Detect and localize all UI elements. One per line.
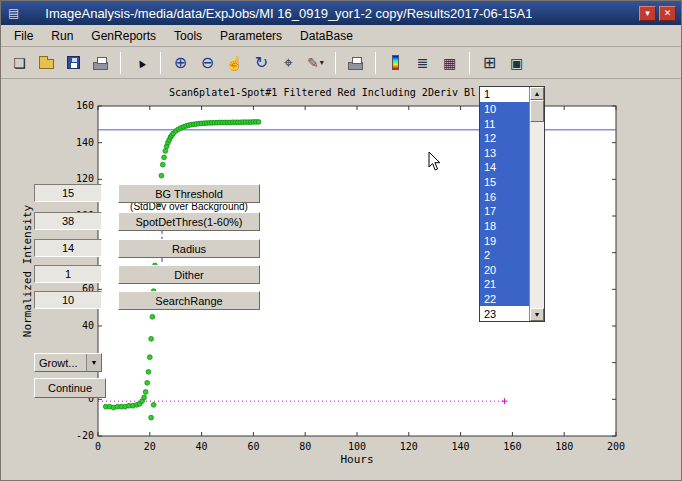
radius-input[interactable] [34, 239, 102, 257]
figure-window-button[interactable]: ▣ [504, 50, 529, 75]
toolbar-separator [469, 52, 470, 74]
figure-area: 020406080100120140160180200-200204060801… [1, 79, 681, 480]
toolbar-separator [120, 52, 121, 74]
window-title: ImageAnalysis-/media/data/ExpJobs/MI 16_… [45, 6, 532, 21]
menu-tools[interactable]: Tools [165, 26, 211, 46]
close-button[interactable]: ✕ [659, 6, 676, 21]
controls-overlay: BG ThresholdSpotDetThres(1-60%)RadiusDit… [1, 79, 681, 480]
continue-button[interactable]: Continue [34, 378, 106, 398]
figure-window-icon: ▣ [510, 56, 523, 70]
bg-threshold-input[interactable] [34, 184, 102, 202]
printer-icon [348, 62, 363, 70]
list-item-15[interactable]: 15 [480, 175, 529, 190]
list-item-12[interactable]: 12 [480, 131, 529, 146]
listbox-scrollbar[interactable]: ▲ ▼ [529, 87, 544, 321]
print-figure-button[interactable] [343, 50, 368, 75]
scrollbar-thumb[interactable] [530, 100, 544, 122]
insert-legend-button[interactable]: ≣ [410, 50, 435, 75]
brush-icon: ✎ [307, 56, 319, 70]
list-item-20[interactable]: 20 [480, 263, 529, 278]
rotate3d-button[interactable]: ↻ [249, 50, 274, 75]
new-document-icon: ❏ [13, 56, 26, 70]
bg-threshold-button[interactable]: BG Threshold [118, 184, 260, 203]
open-folder-icon [39, 59, 54, 69]
pan-button[interactable]: ☝ [222, 50, 247, 75]
app-window: ▤ ImageAnalysis-/media/data/ExpJobs/MI 1… [0, 0, 682, 481]
menu-run[interactable]: Run [42, 26, 82, 46]
menu-bar: FileRunGenReportsToolsParametersDataBase [1, 25, 681, 47]
list-item-16[interactable]: 16 [480, 189, 529, 204]
pointer-tool-button[interactable]: ▲ [128, 50, 153, 75]
list-items: 110111213141516171819220212223 [480, 87, 529, 321]
save-floppy-icon [67, 56, 80, 69]
window-buttons: ▾ ✕ [639, 6, 676, 21]
list-item-23[interactable]: 23 [480, 306, 529, 321]
zoom-out-icon: ⊖ [201, 55, 214, 71]
dither-input[interactable] [34, 265, 102, 283]
zoom-in-button[interactable]: ⊕ [168, 50, 193, 75]
menu-database[interactable]: DataBase [291, 26, 362, 46]
colorbar-icon [392, 55, 399, 70]
scrollbar-track[interactable] [530, 122, 544, 308]
save-button[interactable] [61, 50, 86, 75]
toolbar: ❏▲⊕⊖☝↻⌖✎▾≣▦⊞▣ [1, 47, 681, 79]
legend-icon: ≣ [417, 56, 429, 70]
list-item-11[interactable]: 11 [480, 116, 529, 131]
toolbar-separator [375, 52, 376, 74]
scroll-down-icon[interactable]: ▼ [530, 308, 544, 321]
printer-icon [93, 62, 108, 70]
list-item-18[interactable]: 18 [480, 219, 529, 234]
menu-parameters[interactable]: Parameters [211, 26, 291, 46]
zoom-out-button[interactable]: ⊖ [195, 50, 220, 75]
zoom-in-icon: ⊕ [174, 55, 187, 71]
scroll-up-icon[interactable]: ▲ [530, 87, 544, 100]
spot-det-thres-button[interactable]: SpotDetThres(1-60%) [118, 212, 260, 231]
menu-genreports[interactable]: GenReports [82, 26, 165, 46]
pan-hand-icon: ☝ [226, 56, 243, 70]
list-item-22[interactable]: 22 [480, 292, 529, 307]
property-editor-button[interactable]: ⊞ [477, 50, 502, 75]
growth-popup-label: Growt... [35, 357, 86, 369]
popup-arrow-icon[interactable]: ▼ [86, 354, 101, 371]
list-item-10[interactable]: 10 [480, 102, 529, 117]
data-cursor-icon: ⌖ [284, 55, 293, 71]
search-range-input[interactable] [34, 291, 102, 309]
title-bar[interactable]: ▤ ImageAnalysis-/media/data/ExpJobs/MI 1… [1, 1, 681, 25]
list-item-1[interactable]: 1 [480, 87, 529, 102]
new-figure-button[interactable]: ❏ [7, 50, 32, 75]
brush-button[interactable]: ✎▾ [303, 50, 328, 75]
menu-file[interactable]: File [5, 26, 42, 46]
pointer-arrow-icon: ▲ [132, 54, 148, 70]
property-editor-icon: ⊞ [483, 55, 496, 71]
minimize-button[interactable]: ▾ [639, 6, 656, 21]
list-item-21[interactable]: 21 [480, 277, 529, 292]
print-button[interactable] [88, 50, 113, 75]
toolbar-separator [335, 52, 336, 74]
window-menu-icon[interactable]: ▤ [8, 7, 19, 19]
list-item-17[interactable]: 17 [480, 204, 529, 219]
list-item-13[interactable]: 13 [480, 146, 529, 161]
plot-browser-button[interactable]: ▦ [437, 50, 462, 75]
plot-browser-icon: ▦ [443, 56, 456, 70]
search-range-button[interactable]: SearchRange [118, 291, 260, 310]
rotate-icon: ↻ [255, 55, 268, 71]
insert-colorbar-button[interactable] [383, 50, 408, 75]
open-file-button[interactable] [34, 50, 59, 75]
toolbar-separator [160, 52, 161, 74]
brush-dropdown-arrow-icon[interactable]: ▾ [320, 58, 324, 67]
dither-button[interactable]: Dither [118, 265, 260, 284]
list-item-14[interactable]: 14 [480, 160, 529, 175]
list-item-2[interactable]: 2 [480, 248, 529, 263]
radius-button[interactable]: Radius [118, 239, 260, 258]
data-cursor-button[interactable]: ⌖ [276, 50, 301, 75]
list-item-19[interactable]: 19 [480, 233, 529, 248]
spot-det-thres-input[interactable] [34, 212, 102, 230]
spot-number-listbox[interactable]: 110111213141516171819220212223 ▲ ▼ [479, 86, 545, 322]
growth-popup[interactable]: Growt... ▼ [34, 353, 102, 372]
